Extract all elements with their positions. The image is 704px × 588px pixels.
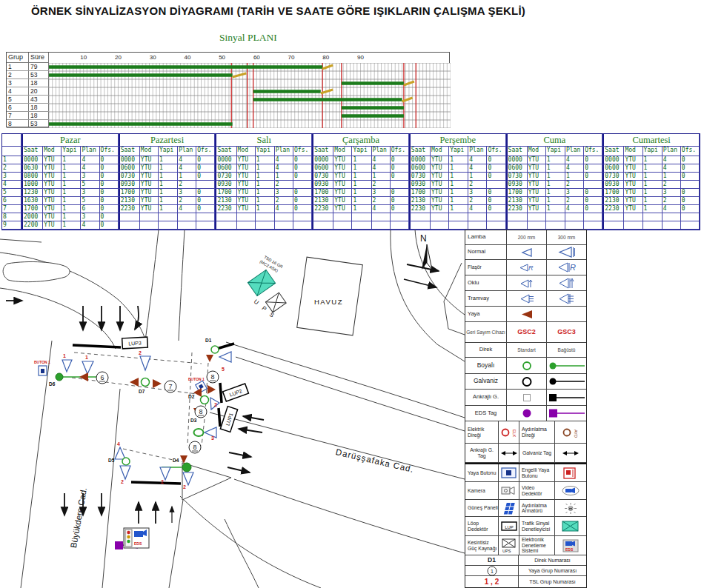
table-cell: YTU [140, 164, 159, 173]
signal-head-icon [140, 356, 150, 370]
table-cell: 0 [487, 173, 505, 181]
table-cell: 4 [275, 164, 293, 173]
eds-tag-icon [115, 541, 123, 549]
signal-tram-300-icon [557, 293, 577, 305]
table-cell [119, 221, 140, 230]
table-cell: 1 [352, 189, 371, 197]
pedestrian-group-8: 8 [195, 406, 207, 418]
table-cell: 0 [681, 189, 700, 197]
legend-row-normal: Normal [465, 245, 586, 260]
row-number: 9 [2, 221, 21, 230]
svg-text:R: R [528, 264, 534, 272]
table-cell: 0 [584, 173, 602, 181]
weekly-plan-table: PazarPazartesiSalıÇarşambaPerşembeCumaCu… [1, 133, 700, 230]
table-cell [602, 221, 624, 230]
painted-pole-icon [194, 429, 204, 436]
gantt-sure-value: 18 [30, 104, 37, 112]
table-cell: 0 [100, 213, 119, 221]
table-cell: 0000 [119, 156, 140, 164]
table-cell: 3 [81, 213, 99, 221]
signal-head-icon [82, 361, 93, 374]
table-cell [119, 213, 140, 221]
table-cell: 3 [468, 189, 487, 197]
table-cell: 1 [256, 173, 275, 181]
table-cell: 1 [643, 156, 663, 164]
table-cell: 2230 [119, 205, 140, 213]
column-header: Yapi [449, 147, 468, 156]
table-cell: YTU [43, 205, 62, 213]
table-cell: 1 [256, 156, 275, 164]
svg-text:6: 6 [100, 374, 104, 381]
table-cell: 1 [643, 173, 663, 181]
pole-number-symbol: D1 [465, 555, 519, 565]
table-cell: 1 [159, 181, 178, 189]
svg-text:LUP: LUP [505, 525, 514, 529]
table-cell: 1 [546, 205, 565, 213]
table-cell [293, 213, 312, 221]
table-cell: 0600 [119, 164, 140, 173]
standart-label: Standart [507, 343, 547, 357]
anchored-tag-icon [499, 450, 519, 457]
table-cell [506, 213, 528, 221]
table-cell: 0 [487, 197, 505, 205]
pole-label: D2 [188, 394, 195, 399]
table-cell: 1700 [21, 205, 43, 213]
gantt-grup-value: 5 [8, 96, 12, 104]
table-cell: 1700 [602, 189, 624, 197]
table-cell: YTU [43, 164, 62, 173]
table-cell: 4 [468, 164, 487, 173]
table-cell: 4 [81, 164, 99, 173]
pedestrian-signal-icon [519, 309, 535, 319]
gantt-grup-value: 1 [8, 63, 12, 71]
tsl-number: 3 [211, 435, 214, 441]
column-header: Yapi [256, 147, 275, 156]
table-cell: 4 [565, 164, 584, 173]
legend-label: Ankrajlı G. [465, 390, 507, 405]
table-cell: 2230 [506, 205, 528, 213]
gantt-grup-value: 3 [8, 79, 12, 87]
table-cell: YTU [43, 189, 62, 197]
table-cell: 4 [663, 164, 681, 173]
legend-label: EDS Tag [465, 406, 507, 421]
table-cell: 1 [352, 197, 371, 205]
disabled-pedestrian-button-icon [563, 467, 578, 479]
pedestrian-signal-icon [79, 372, 88, 381]
table-cell [215, 213, 236, 221]
table-cell: 5 [81, 181, 99, 189]
column-header: Saat [602, 147, 624, 156]
legend-row-tramvay: Tramvay [465, 291, 586, 307]
table-cell: 1 [256, 197, 275, 205]
gantt-row: 618 [7, 104, 49, 112]
legend-row-geri-sayim: Geri Sayım Cihazı GSC2 GSC3 [465, 322, 586, 343]
table-cell: 1700 [215, 189, 236, 197]
table-cell: 0 [196, 164, 215, 173]
pedestrian-signal-icon [153, 379, 162, 388]
column-header: Mod [43, 147, 62, 156]
gantt-row: 420 [7, 87, 49, 96]
table-cell: 1 [62, 213, 81, 221]
table-cell: YTU [431, 189, 449, 197]
gantt-sure-value: 20 [30, 87, 37, 96]
pedestrian-group-6: 6 [96, 372, 108, 384]
traffic-signal-controller-icon [561, 520, 580, 532]
column-header: Plan [178, 147, 196, 156]
table-cell [681, 181, 700, 189]
table-cell: 0 [293, 189, 312, 197]
table-cell [312, 213, 333, 221]
tsl-number: 2 [214, 402, 217, 407]
table-cell: YTU [431, 173, 449, 181]
table-cell: 1 [62, 189, 81, 197]
table-cell: 0930 [602, 181, 624, 189]
table-cell: 1 [256, 164, 275, 173]
table-cell: 4 [663, 156, 681, 164]
signal-head-icon [205, 427, 216, 438]
table-cell: 2130 [215, 197, 236, 205]
stop-lines [73, 344, 234, 484]
column-header: Mod [140, 147, 159, 156]
column-header: Yapi [159, 147, 178, 156]
table-cell: 0 [584, 189, 602, 197]
table-cell: 0730 [312, 173, 333, 181]
table-cell: 0 [681, 197, 700, 205]
gantt-grup-value: 4 [8, 87, 12, 96]
table-cell: 1 [449, 205, 468, 213]
